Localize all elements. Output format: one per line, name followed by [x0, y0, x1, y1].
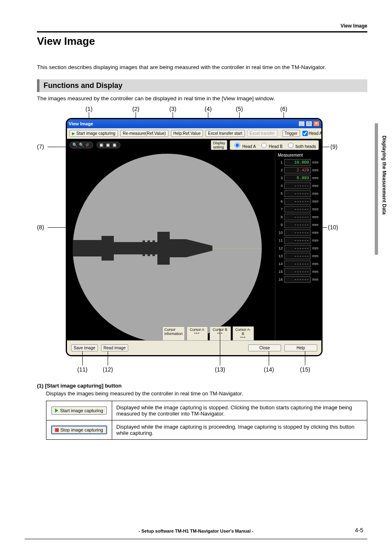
callout-9: (9)	[330, 143, 337, 150]
meas-unit: mm	[312, 254, 320, 258]
row2-text: Displayed while the image capturing is p…	[112, 420, 367, 440]
svg-rect-3	[170, 239, 186, 257]
callout-4: (4)	[205, 106, 212, 112]
read-image-button[interactable]: Read image	[101, 344, 128, 351]
side-tab: Displaying the Measurement Data	[380, 136, 387, 234]
help-button[interactable]: Help	[284, 344, 317, 351]
footer-center: - Setup software TM-H1 TM-Navigator User…	[0, 529, 392, 533]
meas-index: 5	[277, 192, 283, 196]
image-canvas: Cursor information Cursor A*** Cursor B*…	[67, 151, 275, 344]
window-title: View Image	[69, 121, 93, 126]
meas-index: 8	[277, 215, 283, 219]
measurement-row: 7------mm	[277, 206, 320, 212]
meas-unit: mm	[312, 246, 320, 250]
callout-5: (5)	[236, 106, 243, 112]
meas-value: ------	[284, 214, 311, 220]
cursor-info-panel: Cursor information Cursor A*** Cursor B*…	[162, 326, 254, 341]
meas-unit: mm	[312, 184, 320, 188]
thumb-tab	[375, 123, 378, 255]
meas-value: ------	[284, 229, 311, 236]
meas-index: 1	[277, 160, 283, 164]
close-icon[interactable]: ×	[313, 121, 320, 127]
zoom-tools[interactable]: 🔍 🔍 ↺	[69, 142, 93, 148]
trigger-button[interactable]: Trigger	[282, 130, 300, 137]
fit-2-icon[interactable]: ▣	[106, 143, 111, 148]
meas-unit: mm	[312, 277, 320, 282]
meas-unit: mm	[312, 168, 320, 172]
rule-top	[37, 31, 367, 32]
section-subtext: The images measured by the controller ca…	[37, 95, 367, 102]
measurement-row: 6------mm	[277, 198, 320, 205]
meas-unit: mm	[312, 238, 320, 242]
measurement-row: 10------mm	[277, 229, 320, 236]
meas-value: ------	[284, 222, 311, 228]
fit-tools[interactable]: ▣ ▣ ▣	[97, 142, 120, 148]
undo-icon[interactable]: ↺	[85, 143, 90, 148]
item1-desc: Displays the images being measured by th…	[46, 390, 367, 397]
cursor-ab-box: Cursor A-B***	[233, 326, 254, 341]
table-row: Start image capturing Displayed while th…	[46, 401, 367, 420]
head-a-checkbox[interactable]: Head A	[302, 131, 322, 136]
radio-both-heads[interactable]: both heads	[286, 141, 316, 149]
item1-table: Start image capturing Displayed while th…	[46, 401, 367, 440]
start-capturing-button[interactable]: Start image capturing	[69, 130, 118, 137]
meas-index: 14	[277, 262, 283, 266]
measurement-row: 14------mm	[277, 261, 320, 267]
meas-value: 10.000	[284, 159, 311, 166]
measurement-row: 16------mm	[277, 276, 320, 283]
callout-12: (12)	[103, 366, 113, 373]
meas-unit: mm	[312, 215, 320, 219]
measurement-row: 9------mm	[277, 222, 320, 228]
meas-index: 4	[277, 184, 283, 188]
svg-rect-2	[157, 232, 170, 265]
meas-unit: mm	[312, 231, 320, 235]
meas-value: ------	[284, 206, 311, 212]
remeasure-button[interactable]: Re-measure(Ref.Value)	[120, 130, 168, 137]
meas-index: 9	[277, 223, 283, 227]
minimize-icon[interactable]: _	[298, 121, 305, 127]
measurement-title: Measurement	[277, 153, 320, 157]
meas-unit: mm	[312, 160, 320, 164]
radio-head-a[interactable]: Head A	[233, 141, 256, 149]
callout-10: (10)	[328, 224, 338, 231]
measurement-row: 15------mm	[277, 268, 320, 275]
fit-3-icon[interactable]: ▣	[113, 143, 118, 148]
display-setting-button[interactable]: Display setting	[211, 140, 227, 150]
excel-transfer-button[interactable]: Excel transfer	[247, 130, 277, 137]
close-button[interactable]: Close	[248, 344, 281, 351]
callout-1: (1)	[85, 106, 92, 112]
stop-image-capturing-button[interactable]: Stop image capturing	[51, 426, 107, 434]
meas-unit: mm	[312, 207, 320, 211]
measurement-row: 5------mm	[277, 190, 320, 197]
save-image-button[interactable]: Save image	[71, 344, 98, 351]
meas-unit: mm	[312, 199, 320, 203]
meas-unit: mm	[312, 176, 320, 180]
item1-heading: (1) [Start image capturing] button	[37, 383, 367, 389]
meas-index: 16	[277, 277, 283, 282]
maximize-icon[interactable]: □	[306, 121, 312, 127]
svg-rect-1	[101, 236, 114, 261]
meas-index: 10	[277, 231, 283, 235]
meas-value: ------	[284, 190, 311, 197]
callout-13: (13)	[215, 366, 225, 373]
fit-1-icon[interactable]: ▣	[99, 143, 104, 148]
header-right: View Image	[37, 23, 367, 29]
start-image-capturing-button[interactable]: Start image capturing	[51, 406, 107, 415]
meas-index: 15	[277, 270, 283, 274]
meas-value: 6.993	[284, 175, 311, 181]
measured-shape	[73, 219, 221, 277]
head-radio-group: Head A Head B both heads	[230, 140, 319, 150]
callout-2: (2)	[132, 106, 139, 112]
zoom-out-icon[interactable]: 🔍	[79, 143, 84, 148]
help-ref-button[interactable]: Help:Ref.Value	[171, 130, 203, 137]
sensor-view	[73, 154, 262, 343]
meas-index: 6	[277, 199, 283, 203]
page-title: View Image	[37, 35, 367, 48]
zoom-in-icon[interactable]: 🔍	[72, 143, 77, 148]
window-titlebar: View Image _ □ ×	[67, 119, 321, 128]
meas-value: ------	[284, 276, 311, 283]
measurement-row: 22.429mm	[277, 167, 320, 173]
callout-8: (8)	[37, 224, 44, 231]
radio-head-b[interactable]: Head B	[259, 141, 283, 149]
excel-start-button[interactable]: Excel transfer start	[205, 130, 244, 137]
